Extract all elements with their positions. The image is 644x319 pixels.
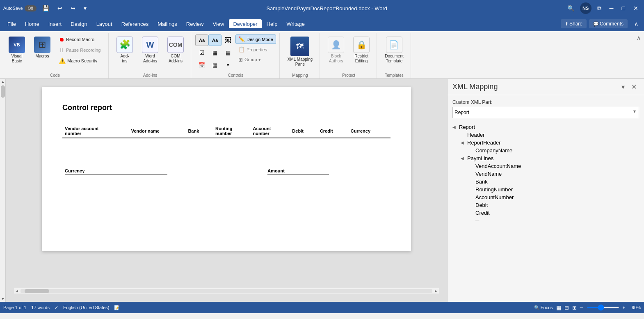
xml-panel-expand-btn[interactable]: ▾ (619, 82, 627, 92)
xml-panel-body: Custom XML Part: Report ◀ Report Header (448, 95, 644, 302)
scroll-up-btn[interactable]: ▲ (0, 79, 6, 85)
menu-mailings[interactable]: Mailings (153, 19, 181, 29)
zoom-slider[interactable] (587, 307, 619, 308)
xml-tree-item-bank[interactable]: Bank (452, 178, 639, 186)
menu-insert[interactable]: Insert (44, 19, 66, 29)
search-button[interactable]: 🔍 (565, 4, 577, 12)
scroll-thumb[interactable] (1, 85, 5, 98)
xml-panel-title: XML Mapping (452, 83, 498, 91)
addins-group-content: 🧩 Add-ins W WordAdd-ins COM COMAdd-ins (112, 33, 188, 72)
menu-design[interactable]: Design (66, 19, 91, 29)
spell-check-icon[interactable]: ✓ (55, 305, 58, 310)
visual-basic-icon: VB (9, 37, 25, 53)
xml-tree-item-header[interactable]: Header (452, 131, 639, 139)
properties-button[interactable]: 📋 Properties (235, 45, 276, 54)
xml-tree-item-report[interactable]: ◀ Report (452, 123, 639, 131)
xml-tree-item-partial[interactable]: ─ (452, 217, 639, 225)
zoom-out-btn[interactable]: ─ (580, 305, 583, 310)
user-avatar[interactable]: NS (580, 2, 591, 14)
scroll-right-btn[interactable]: ► (433, 288, 439, 294)
properties-icon: 📋 (238, 46, 245, 53)
com-add-ins-button[interactable]: COM COMAdd-ins (164, 34, 187, 66)
xml-panel-close-btn[interactable]: ✕ (629, 82, 639, 92)
scroll-left-btn[interactable]: ◄ (14, 288, 20, 294)
undo-button[interactable]: ↩ (55, 4, 65, 12)
xml-tree-item-accountnumber[interactable]: AccountNumber (452, 193, 639, 201)
combo-box-button[interactable]: ▦ (208, 47, 222, 58)
restrict-editing-button[interactable]: 🔒 RestrictEditing (349, 34, 373, 66)
building-block-button[interactable]: ▦ (208, 59, 222, 71)
design-mode-button[interactable]: ✏️ Design Mode (235, 34, 276, 44)
maximize-button[interactable]: □ (619, 4, 628, 12)
menu-review[interactable]: Review (182, 19, 208, 29)
ribbon-collapse-button[interactable]: ∧ (632, 20, 641, 28)
zoom-in-btn[interactable]: + (623, 305, 625, 310)
restore-button[interactable]: ⧉ (595, 4, 604, 13)
xml-panel-header: XML Mapping ▾ ✕ (448, 79, 644, 95)
customize-toolbar-button[interactable]: ▾ (81, 4, 89, 12)
group-button[interactable]: ⊞ Group ▾ (235, 55, 276, 64)
controls-group-content: Aa Aa 🖼 ☑ ▦ ▤ 📅 ▦ ▾ ✏️ Design Mode (194, 33, 277, 72)
block-authors-button[interactable]: 👤 BlockAuthors (324, 34, 348, 66)
menu-layout[interactable]: Layout (92, 19, 116, 29)
page-count: Page 1 of 1 (3, 305, 26, 310)
xml-part-dropdown[interactable]: Report (452, 107, 639, 118)
menu-view[interactable]: View (208, 19, 228, 29)
xml-tree-item-paymlines[interactable]: ◀ PaymLines (452, 154, 639, 162)
word-add-ins-button[interactable]: W WordAdd-ins (138, 34, 162, 66)
menu-references[interactable]: References (117, 19, 153, 29)
drop-down-button[interactable]: ▤ (222, 47, 235, 58)
track-changes-icon[interactable]: 📝 (114, 305, 120, 310)
xml-node-header: Header (467, 132, 485, 138)
xml-tree-item-companyname[interactable]: CompanyName (452, 147, 639, 154)
xml-tree-item-reportheader[interactable]: ◀ ReportHeader (452, 139, 639, 147)
legacy-tools-button[interactable]: ▾ (222, 59, 235, 71)
comments-button[interactable]: 💬 Comments (589, 19, 628, 28)
document-template-button[interactable]: 📄 DocumentTemplate (381, 34, 407, 66)
scroll-down-btn[interactable]: ▼ (0, 296, 6, 302)
visual-basic-button[interactable]: VB VisualBasic (5, 34, 29, 66)
layout-print-view-btn[interactable]: ▦ (556, 305, 561, 311)
menu-home[interactable]: Home (21, 19, 43, 29)
zoom-level[interactable]: 90% (628, 305, 641, 310)
autosave-toggle[interactable]: Off (25, 5, 37, 11)
redo-button[interactable]: ↪ (68, 4, 78, 12)
xml-tree-item-debit[interactable]: Debit (452, 201, 639, 209)
picture-button[interactable]: 🖼 (222, 34, 235, 46)
record-macro-button[interactable]: ⏺ Record Macro (56, 34, 105, 44)
add-ins-button[interactable]: 🧩 Add-ins (113, 34, 137, 66)
plain-text-button[interactable]: Aa (208, 34, 222, 46)
hscroll-thumb[interactable] (25, 289, 49, 293)
horizontal-scrollbar[interactable]: ◄ ► (14, 288, 439, 294)
date-picker-button[interactable]: 📅 (195, 59, 208, 71)
macros-button[interactable]: ⊞ Macros (30, 34, 54, 61)
ribbon-options-button[interactable]: ∧ (635, 33, 642, 43)
language[interactable]: English (United States) (63, 305, 110, 310)
close-button[interactable]: ✕ (631, 4, 641, 12)
xml-mapping-pane-button[interactable]: 🗺 XML MappingPane (284, 34, 316, 69)
menu-file[interactable]: File (3, 19, 20, 29)
xml-tree-item-routingnumber[interactable]: RoutingNumber (452, 186, 639, 193)
menu-writage[interactable]: Writage (282, 19, 309, 29)
layout-web-view-btn[interactable]: ⊟ (564, 305, 569, 311)
xml-node-routingnumber: RoutingNumber (475, 186, 513, 193)
pause-recording-button[interactable]: ⏸ Pause Recording (56, 45, 105, 55)
xml-tree-item-credit[interactable]: Credit (452, 209, 639, 217)
xml-tree-item-vendname[interactable]: VendName (452, 170, 639, 178)
title-bar: AutoSave Off 💾 ↩ ↪ ▾ SampleVendPaymDocRe… (0, 0, 644, 16)
focus-button[interactable]: 🔍 Focus (534, 305, 553, 310)
code-group-content: VB VisualBasic ⊞ Macros ⏺ Record Macro ⏸… (4, 33, 106, 72)
menu-help[interactable]: Help (263, 19, 282, 29)
scroll-track (0, 85, 5, 296)
checkbox-button[interactable]: ☑ (195, 47, 208, 58)
vertical-scrollbar[interactable]: ▲ ▼ (0, 79, 6, 302)
xml-tree-item-vendaccountname[interactable]: VendAccountName (452, 162, 639, 170)
share-button[interactable]: ⬆ Share (561, 19, 587, 28)
rich-text-content-button[interactable]: Aa (195, 34, 208, 46)
expand-reportheader: ◀ (461, 140, 466, 145)
minimize-button[interactable]: ─ (607, 4, 616, 12)
menu-developer[interactable]: Developer (229, 19, 261, 29)
layout-read-view-btn[interactable]: ⊞ (572, 305, 577, 311)
macro-security-button[interactable]: ⚠️ Macro Security (56, 56, 105, 66)
save-button[interactable]: 💾 (40, 4, 52, 12)
